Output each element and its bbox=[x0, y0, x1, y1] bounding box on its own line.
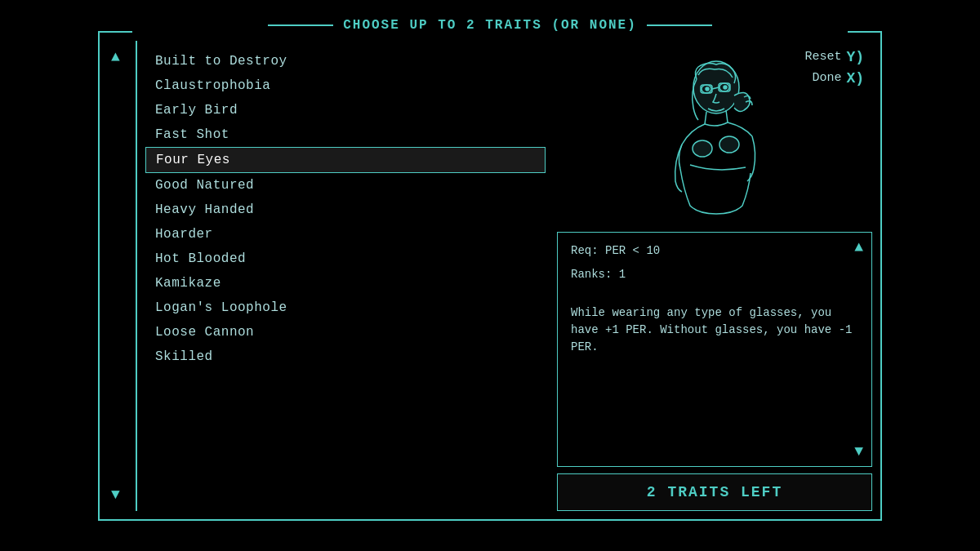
svg-point-4 bbox=[724, 86, 727, 89]
scroll-up-icon[interactable]: ▲ bbox=[111, 49, 120, 65]
trait-item-hoarder[interactable]: Hoarder bbox=[145, 222, 546, 247]
description-req: Req: PER < 10 bbox=[571, 242, 858, 260]
title-line-left bbox=[268, 24, 333, 26]
trait-item-four-eyes[interactable]: Four Eyes bbox=[145, 147, 546, 173]
trait-list: Built to DestroyClaustrophobiaEarly Bird… bbox=[145, 41, 546, 511]
character-area bbox=[557, 41, 872, 229]
trait-item-good-natured[interactable]: Good Natured bbox=[145, 173, 546, 198]
description-ranks: Ranks: 1 bbox=[571, 266, 858, 283]
trait-item-hot-blooded[interactable]: Hot Blooded bbox=[145, 247, 546, 271]
description-body: While wearing any type of glasses, you h… bbox=[571, 304, 858, 356]
trait-item-heavy-handed[interactable]: Heavy Handed bbox=[145, 198, 546, 222]
title-bar: CHOOSE UP TO 2 TRAITS (OR NONE) bbox=[100, 18, 880, 33]
title-line-right bbox=[647, 24, 712, 26]
right-panel: Reset Y) Done X) bbox=[557, 41, 872, 511]
character-illustration bbox=[657, 55, 772, 222]
desc-scroll-down-icon[interactable]: ▼ bbox=[854, 443, 863, 460]
trait-item-built-to-destroy[interactable]: Built to Destroy bbox=[145, 49, 546, 73]
trait-item-fast-shot[interactable]: Fast Shot bbox=[145, 122, 546, 147]
main-container: CHOOSE UP TO 2 TRAITS (OR NONE) ▲ ▼ Buil… bbox=[98, 31, 882, 521]
traits-left-bar: 2 TRAITS LEFT bbox=[557, 473, 872, 511]
trait-item-loose-cannon[interactable]: Loose Cannon bbox=[145, 320, 546, 344]
description-panel: ▲ Req: PER < 10 Ranks: 1 While wearing a… bbox=[557, 232, 872, 467]
svg-point-8 bbox=[693, 140, 712, 157]
trait-item-claustrophobia[interactable]: Claustrophobia bbox=[145, 73, 546, 98]
page-title: CHOOSE UP TO 2 TRAITS (OR NONE) bbox=[343, 18, 637, 33]
trait-item-early-bird[interactable]: Early Bird bbox=[145, 98, 546, 122]
svg-point-2 bbox=[706, 87, 709, 91]
trait-item-logans-loophole[interactable]: Logan's Loophole bbox=[145, 295, 546, 320]
scroll-down-icon[interactable]: ▼ bbox=[111, 487, 120, 503]
vertical-divider bbox=[136, 41, 137, 511]
desc-scroll-up-icon[interactable]: ▲ bbox=[854, 239, 863, 256]
svg-point-9 bbox=[719, 136, 739, 153]
traits-left-label: 2 TRAITS LEFT bbox=[571, 484, 858, 500]
trait-item-skilled[interactable]: Skilled bbox=[145, 344, 546, 369]
trait-item-kamikaze[interactable]: Kamikaze bbox=[145, 271, 546, 295]
